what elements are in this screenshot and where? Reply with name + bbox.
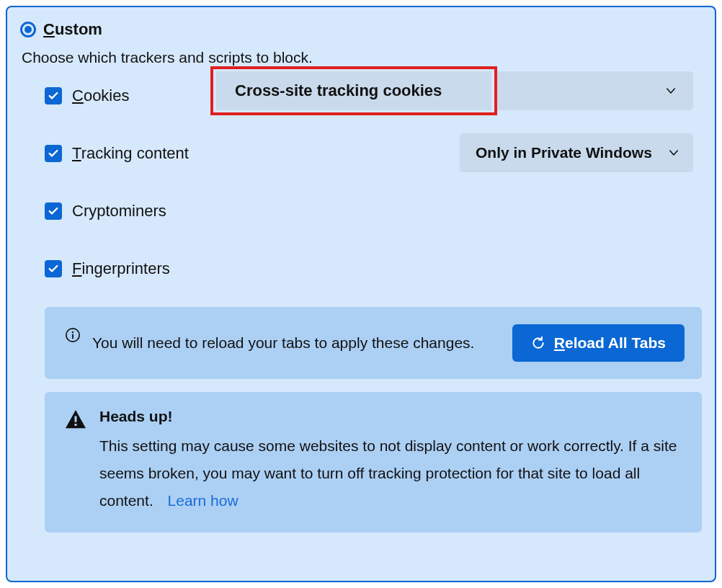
checkmark-icon	[48, 205, 59, 217]
cookies-dropdown-value: Cross-site tracking cookies	[235, 81, 442, 100]
tracking-label: Tracking content	[72, 144, 189, 163]
svg-point-1	[72, 331, 73, 333]
reload-button-label: Reload All Tabs	[554, 334, 666, 352]
cookies-checkbox[interactable]	[45, 87, 62, 104]
warning-icon	[65, 409, 86, 429]
svg-rect-2	[72, 334, 73, 339]
svg-point-4	[74, 424, 77, 427]
panel-title: Custom	[43, 20, 102, 39]
checkmark-icon	[48, 148, 59, 159]
options-list: Cookies Cross-site tracking cookies Trac…	[45, 86, 702, 278]
checkmark-icon	[48, 90, 59, 102]
warning-text: This setting may cause some websites to …	[99, 432, 682, 514]
radio-selected-dot	[24, 26, 32, 33]
cryptominers-checkbox[interactable]	[45, 202, 62, 220]
option-row-fingerprinters: Fingerprinters	[45, 259, 702, 278]
learn-how-link[interactable]: Learn how	[168, 492, 239, 509]
cookies-dropdown-highlight: Cross-site tracking cookies	[210, 66, 497, 115]
reload-all-tabs-button[interactable]: Reload All Tabs	[512, 324, 685, 362]
tracking-dropdown-value: Only in Private Windows	[476, 144, 652, 161]
reload-icon	[531, 336, 545, 350]
panel-header: Custom	[20, 20, 702, 39]
warning-box: Heads up! This setting may cause some we…	[45, 392, 702, 533]
fingerprinters-label: Fingerprinters	[72, 259, 170, 278]
option-row-cookies: Cookies Cross-site tracking cookies	[45, 86, 702, 105]
reload-info-box: You will need to reload your tabs to app…	[45, 307, 702, 379]
tracking-checkbox[interactable]	[45, 145, 62, 162]
chevron-down-icon	[667, 146, 680, 159]
option-row-tracking: Tracking content Only in Private Windows	[45, 144, 702, 163]
cookies-dropdown-chevron-area[interactable]	[497, 71, 693, 110]
option-row-cryptominers: Cryptominers	[45, 202, 702, 220]
svg-rect-3	[75, 416, 77, 422]
checkmark-icon	[48, 263, 59, 275]
custom-protection-panel: Custom Choose which trackers and scripts…	[6, 6, 716, 582]
info-icon	[65, 327, 81, 343]
warning-title: Heads up!	[99, 408, 682, 425]
reload-info-text: You will need to reload your tabs to app…	[92, 330, 501, 356]
chevron-down-icon	[664, 84, 677, 97]
fingerprinters-checkbox[interactable]	[45, 260, 62, 277]
cryptominers-label: Cryptominers	[72, 202, 166, 220]
warning-content: Heads up! This setting may cause some we…	[99, 408, 682, 514]
custom-radio[interactable]	[20, 22, 36, 37]
tracking-dropdown[interactable]: Only in Private Windows	[460, 133, 693, 172]
panel-description: Choose which trackers and scripts to blo…	[22, 49, 702, 66]
cookies-dropdown[interactable]: Cross-site tracking cookies	[216, 71, 491, 110]
cookies-label: Cookies	[72, 86, 129, 105]
